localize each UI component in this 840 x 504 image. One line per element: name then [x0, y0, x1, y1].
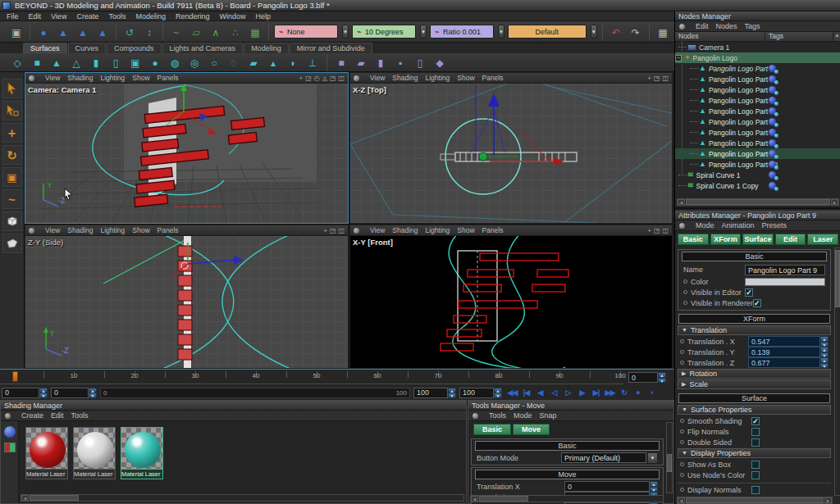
select-rect-tool-icon[interactable] [2, 101, 22, 120]
shading-manager-title[interactable]: Shading Manager [1, 401, 466, 411]
translation-x-spinner[interactable] [820, 336, 829, 347]
viewport-side[interactable]: View Shading Lighting Show Panels + ◳ ◫ … [25, 225, 349, 369]
translation-x-field[interactable]: 0 [564, 481, 650, 492]
stop-button[interactable]: ● [631, 388, 645, 398]
tools-vscrollbar[interactable] [666, 422, 673, 493]
scroll-left-arrow[interactable]: ◂ [678, 497, 685, 503]
loop-button[interactable]: ↻ [617, 388, 631, 398]
vp-menu-show[interactable]: Show [457, 74, 474, 82]
vp-dolly-icon[interactable]: ◴ [314, 75, 320, 82]
scroll-left-arrow[interactable]: ◂ [21, 495, 29, 501]
disc-shape-icon[interactable]: ○ [207, 56, 221, 70]
menu-file[interactable]: File [7, 12, 19, 20]
tetra-shape-icon[interactable]: ▴ [266, 56, 281, 70]
scroll-left-arrow[interactable]: ◂ [678, 199, 685, 205]
attr-tab-xform[interactable]: XForm [710, 234, 742, 245]
tools-menu-tools[interactable]: Tools [489, 411, 506, 420]
menu-edit[interactable]: Edit [29, 12, 42, 20]
pyramid-tool-icon[interactable]: ▲ [55, 24, 71, 40]
solid-cube-tool-icon[interactable] [2, 211, 22, 231]
attr-tab-edit[interactable]: Edit [775, 234, 806, 245]
viewport-mode-icon[interactable] [29, 228, 34, 234]
vp-maximize-icon[interactable]: ◫ [662, 227, 669, 234]
menu-create[interactable]: Create [76, 12, 98, 20]
shading-menu-edit[interactable]: Edit [51, 411, 64, 420]
range-end-field[interactable]: 100 [413, 388, 448, 398]
vp-pan-icon[interactable]: + [647, 227, 651, 234]
torus-shape-icon[interactable]: ◎ [187, 56, 202, 70]
attr-menu-animation[interactable]: Animation [722, 221, 755, 229]
tree-node-group[interactable]: − ✦ Pangolin Logo [675, 52, 840, 63]
vp-menu-shading[interactable]: Shading [392, 74, 418, 82]
peak-deform-icon[interactable]: ∧ [208, 24, 224, 40]
vp-menu-panels[interactable]: Panels [158, 226, 179, 234]
ext-cube-icon[interactable]: ■ [334, 56, 349, 70]
tools-hscrollbar[interactable]: ◂ [470, 495, 664, 502]
vp-menu-shading[interactable]: Shading [67, 226, 93, 234]
tab-compounds[interactable]: Compounds [107, 43, 162, 53]
vp-orbit-icon[interactable]: ◲ [305, 75, 312, 82]
checker-icon[interactable]: ▦ [247, 24, 263, 40]
curve-edit-tool-icon[interactable]: ~ [2, 189, 22, 209]
preset-dropdown[interactable]: Default [508, 25, 587, 39]
vp-roll-icon[interactable]: ◬ [322, 75, 327, 82]
tag-sphere-icon[interactable] [769, 86, 776, 93]
viewport-top-canvas[interactable] [350, 84, 672, 223]
prism-tool-icon[interactable]: ▲ [94, 24, 111, 40]
curve-loop-icon[interactable]: ↺ [121, 24, 138, 40]
undo-icon[interactable]: ↶ [608, 24, 624, 40]
material-swatch[interactable]: Material Laser 1 [25, 427, 68, 479]
viewport-mode-icon[interactable] [29, 75, 34, 81]
ext-star-icon[interactable]: ◆ [432, 56, 447, 70]
attr-menu-mode[interactable]: Mode [696, 221, 714, 229]
vp-menu-panels[interactable]: Panels [158, 74, 179, 82]
visible-renderer-checkbox[interactable] [753, 299, 761, 307]
vp-maximize-icon[interactable]: ◫ [338, 75, 345, 82]
scroll-up-arrow[interactable]: ▲ [833, 32, 840, 41]
display-normals-checkbox[interactable] [751, 486, 760, 494]
nodes-menu-tags[interactable]: Tags [745, 22, 760, 30]
vp-menu-lighting[interactable]: Lighting [425, 74, 450, 82]
material-multi-icon[interactable] [4, 443, 16, 452]
panel-mode-icon[interactable] [5, 413, 11, 419]
visible-editor-checkbox[interactable] [745, 288, 753, 297]
show-as-box-checkbox[interactable] [751, 461, 760, 469]
plane-shape-icon[interactable]: ◇ [10, 56, 25, 70]
vp-pan-icon[interactable]: + [299, 75, 304, 82]
loop-end-field[interactable]: 100 [459, 388, 494, 398]
vp-menu-panels[interactable]: Panels [482, 74, 504, 82]
tree-node-part[interactable]: ▲ Pangolin Logo Part 4 [675, 95, 840, 106]
animatable-dot[interactable] [680, 440, 684, 444]
sphere-shape-icon[interactable]: ● [148, 56, 162, 70]
current-frame-field[interactable]: 0 [51, 388, 89, 398]
timeline-frame-spinner[interactable]: 0 [628, 372, 666, 383]
loop-end-spinner[interactable] [494, 388, 502, 398]
vp-menu-show[interactable]: Show [132, 226, 149, 234]
nodes-column-header[interactable]: Nodes [675, 32, 765, 41]
tree-node-part[interactable]: ▲ Pangolin Logo Part 6 [675, 116, 840, 127]
vp-menu-lighting[interactable]: Lighting [100, 226, 125, 234]
name-input[interactable]: Pangolin Logo Part 9 [745, 265, 825, 275]
scatter-icon[interactable]: ∴ [227, 24, 244, 40]
cone-shape-icon[interactable]: △ [69, 56, 84, 70]
scroll-thumb[interactable] [667, 454, 672, 472]
vp-menu-show[interactable]: Show [457, 226, 474, 234]
tools-menu-mode[interactable]: Mode [514, 411, 532, 420]
window-titlebar[interactable]: BEYOND - 3D Modeling and Animation - Bui… [0, 0, 840, 11]
frame-spin-arrows[interactable] [658, 372, 666, 383]
play-button[interactable]: ▶ [575, 388, 589, 398]
vp-menu-shading[interactable]: Shading [392, 226, 418, 234]
frame-value[interactable]: 0 [628, 372, 658, 383]
material-swatch-selected[interactable]: Material Laser 3 [121, 427, 163, 479]
timeline-playhead[interactable] [12, 371, 18, 382]
tag-sphere-icon[interactable] [769, 75, 776, 83]
vp-pan-icon[interactable]: + [323, 227, 327, 234]
vp-maximize-icon[interactable]: ◫ [338, 227, 345, 234]
attr-tab-surface[interactable]: Surface [742, 234, 774, 245]
attr-menu-presets[interactable]: Presets [762, 221, 788, 229]
nodes-manager-title[interactable]: Nodes Manager [675, 11, 840, 21]
tree-node-camera[interactable]: Camera 1 [675, 42, 840, 52]
viewport-front-canvas[interactable] [350, 236, 672, 368]
scroll-thumb[interactable] [686, 199, 830, 205]
vp-pan-icon[interactable]: + [647, 75, 651, 82]
